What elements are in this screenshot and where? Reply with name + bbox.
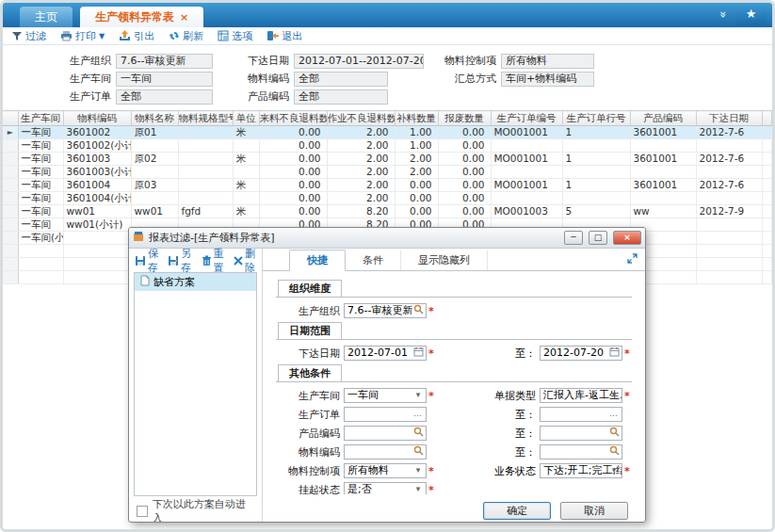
- table-row[interactable]: 一车间3601003(小计)0.002.002.000.00: [3, 166, 772, 179]
- column-header[interactable]: 单位: [233, 111, 259, 126]
- date-from-input[interactable]: 2012-07-01: [344, 346, 427, 361]
- chevron-down-icon[interactable]: ▼: [99, 32, 105, 40]
- column-header[interactable]: 产品编码: [630, 111, 696, 126]
- doc-type-select[interactable]: 汇报入库-返工生... ▾: [540, 388, 622, 403]
- material-code-to-input[interactable]: [540, 444, 622, 459]
- lookup-icon[interactable]: [412, 304, 425, 317]
- refresh-button[interactable]: 刷新: [169, 29, 203, 43]
- table-row[interactable]: 一车间3601004(小计)0.002.000.000.00: [3, 192, 772, 205]
- save-as-button[interactable]: 另存: [168, 247, 191, 275]
- table-cell: 3601002(小计): [63, 139, 131, 153]
- chevron-down-icon[interactable]: ▾: [607, 464, 621, 477]
- tab-show-hide-columns[interactable]: 显示隐藏列: [401, 250, 488, 270]
- ellipsis-picker-icon[interactable]: …: [412, 408, 425, 421]
- date-to-input[interactable]: 2012-07-20: [540, 346, 622, 361]
- reset-button[interactable]: 重置: [202, 247, 225, 275]
- table-cell: 3601001: [630, 179, 696, 192]
- column-header[interactable]: 生产订单行号: [562, 111, 630, 126]
- exit-button[interactable]: 退出: [266, 29, 302, 43]
- tab-conditions[interactable]: 条件: [346, 250, 401, 270]
- prod-order-input[interactable]: …: [344, 407, 427, 422]
- table-cell: 原02: [131, 153, 178, 166]
- save-button-label: 保存: [148, 247, 158, 275]
- table-cell: [696, 192, 762, 205]
- filler-cell: [762, 271, 772, 284]
- ok-button[interactable]: 确定: [483, 502, 551, 520]
- row-indicator: [3, 245, 18, 258]
- product-code-to-input[interactable]: [540, 426, 622, 441]
- material-code-input[interactable]: [344, 444, 427, 459]
- column-header[interactable]: 生产车间: [18, 111, 63, 126]
- delete-button[interactable]: 删除: [234, 247, 256, 275]
- refresh-icon: [169, 30, 180, 41]
- maximize-button[interactable]: □: [589, 231, 607, 245]
- filler-cell: [762, 153, 772, 166]
- row-indicator: ►: [3, 126, 18, 139]
- app-window: 主页 生产领料异常表 × » ★ 过滤 打印 ▼ 引出 刷新: [0, 0, 775, 532]
- table-cell: [696, 271, 762, 284]
- column-header[interactable]: 下达日期: [696, 111, 762, 126]
- table-row[interactable]: 一车间3601002(小计)0.002.001.000.00: [3, 139, 772, 153]
- print-button[interactable]: 打印 ▼: [60, 29, 105, 43]
- prod-order-to-input[interactable]: …: [540, 407, 622, 422]
- filter-button[interactable]: 过滤: [11, 29, 46, 43]
- auto-enter-option[interactable]: 下次以此方案自动进入: [129, 500, 262, 523]
- column-header[interactable]: 物料名称: [131, 111, 178, 126]
- table-cell: [178, 126, 233, 139]
- chevron-down-icon[interactable]: ▾: [412, 389, 425, 402]
- table-cell: [630, 166, 696, 179]
- ellipsis-picker-icon[interactable]: …: [607, 408, 621, 421]
- product-code-input[interactable]: [344, 426, 427, 441]
- calendar-icon[interactable]: [412, 347, 425, 360]
- checkbox[interactable]: [137, 506, 148, 517]
- tab-quick[interactable]: 快捷: [289, 250, 346, 271]
- close-button[interactable]: ×: [613, 231, 641, 245]
- lookup-icon[interactable]: [412, 427, 425, 440]
- column-header[interactable]: 物料编码: [63, 111, 131, 126]
- save-button[interactable]: 保存: [135, 247, 158, 275]
- column-header[interactable]: 物料规格型号: [178, 111, 233, 126]
- lookup-icon[interactable]: [607, 445, 621, 459]
- collapse-chevron-icon[interactable]: »: [718, 11, 732, 17]
- table-cell: [696, 232, 762, 245]
- table-row[interactable]: 一车间ww01ww01fgfd米0.008.200.000.00MO001003…: [3, 205, 772, 218]
- workshop-select[interactable]: 一车间 ▾: [344, 388, 427, 403]
- tab-report[interactable]: 生产领料异常表 ×: [80, 7, 203, 27]
- lookup-icon[interactable]: [412, 445, 425, 459]
- column-header[interactable]: 报废数量: [438, 111, 491, 126]
- minimize-button[interactable]: ─: [564, 231, 583, 245]
- close-tab-icon[interactable]: ×: [180, 11, 188, 24]
- chevron-down-icon[interactable]: ▾: [607, 389, 621, 402]
- column-header[interactable]: 补料数量: [395, 111, 438, 126]
- calendar-icon[interactable]: [607, 347, 621, 360]
- export-button[interactable]: 引出: [119, 29, 154, 43]
- tab-home[interactable]: 主页: [20, 7, 73, 27]
- table-row[interactable]: 一车间3601004原03米0.002.000.000.00MO00100113…: [3, 179, 772, 192]
- table-row[interactable]: ►一车间3601002原01米0.002.001.000.00MO0010011…: [3, 126, 772, 139]
- table-row[interactable]: 一车间3601003原02米0.002.002.000.00MO00100113…: [3, 153, 772, 166]
- lookup-icon[interactable]: [607, 427, 621, 440]
- suspend-select[interactable]: 是;否 ▾: [344, 482, 427, 494]
- column-header[interactable]: 生产订单编号: [491, 111, 562, 126]
- cancel-button[interactable]: 取消: [560, 502, 628, 520]
- material-ctrl-select[interactable]: 所有物料 ▾: [344, 463, 427, 478]
- options-button[interactable]: 选项: [218, 29, 252, 43]
- column-header[interactable]: 作业不良退料数: [327, 111, 395, 126]
- prod-org-input[interactable]: 7.6--审核更新: [344, 303, 427, 318]
- column-header[interactable]: 来料不良退料数: [259, 111, 327, 126]
- table-cell: 0.00: [438, 205, 491, 218]
- expand-icon[interactable]: [627, 253, 638, 266]
- chevron-down-icon[interactable]: ▾: [412, 483, 425, 494]
- chevron-down-icon[interactable]: ▾: [412, 464, 425, 477]
- table-cell: [696, 166, 762, 179]
- table-cell: 原03: [131, 179, 178, 192]
- scheme-item-default[interactable]: 缺省方案: [135, 273, 256, 291]
- dialog-main: 快捷 条件 显示隐藏列 组织维度 生产组织 7.6--审核更新 *: [263, 249, 645, 523]
- biz-status-select[interactable]: 下达;开工;完工;结案 ▾: [540, 463, 622, 478]
- prod-org-value: 7.6--审核更新: [116, 54, 213, 69]
- filler-cell: [762, 166, 772, 179]
- table-cell: 0.00: [438, 192, 491, 205]
- row-indicator: [3, 139, 18, 153]
- table-cell: 5: [562, 205, 630, 218]
- favorite-star-icon[interactable]: ★: [735, 3, 767, 25]
